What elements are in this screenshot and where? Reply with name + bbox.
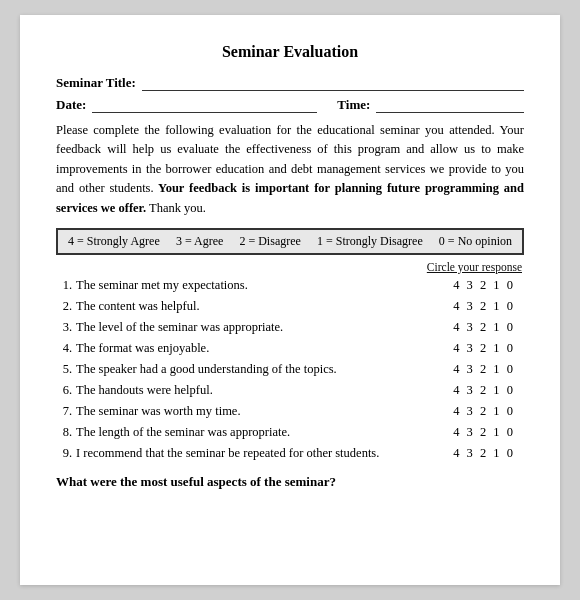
table-row: 7. The seminar was worth my time. 4 3 2 … — [56, 401, 524, 422]
page-title: Seminar Evaluation — [56, 43, 524, 61]
question-scores: 4 3 2 1 0 — [444, 317, 524, 338]
question-scores: 4 3 2 1 0 — [444, 422, 524, 443]
question-number: 6. — [56, 380, 74, 401]
scale-item-0: 4 = Strongly Agree — [68, 234, 160, 249]
questions-table: 1. The seminar met my expectations. 4 3 … — [56, 275, 524, 464]
question-number: 7. — [56, 401, 74, 422]
date-label: Date: — [56, 97, 86, 113]
date-input[interactable] — [92, 97, 317, 113]
question-scores: 4 3 2 1 0 — [444, 338, 524, 359]
question-text: The format was enjoyable. — [74, 338, 444, 359]
question-text: I recommend that the seminar be repeated… — [74, 443, 444, 464]
question-text: The seminar was worth my time. — [74, 401, 444, 422]
question-number: 1. — [56, 275, 74, 296]
question-number: 8. — [56, 422, 74, 443]
scale-item-3: 1 = Strongly Disagree — [317, 234, 423, 249]
question-text: The level of the seminar was appropriate… — [74, 317, 444, 338]
scale-item-1: 3 = Agree — [176, 234, 223, 249]
table-row: 4. The format was enjoyable. 4 3 2 1 0 — [56, 338, 524, 359]
circle-label: Circle your response — [56, 261, 524, 273]
question-scores: 4 3 2 1 0 — [444, 380, 524, 401]
table-row: 9. I recommend that the seminar be repea… — [56, 443, 524, 464]
bottom-question: What were the most useful aspects of the… — [56, 474, 524, 490]
scale-box: 4 = Strongly Agree 3 = Agree 2 = Disagre… — [56, 228, 524, 255]
date-time-row: Date: Time: — [56, 97, 524, 113]
table-row: 1. The seminar met my expectations. 4 3 … — [56, 275, 524, 296]
table-row: 8. The length of the seminar was appropr… — [56, 422, 524, 443]
table-row: 2. The content was helpful. 4 3 2 1 0 — [56, 296, 524, 317]
question-scores: 4 3 2 1 0 — [444, 359, 524, 380]
time-label: Time: — [337, 97, 370, 113]
page: Seminar Evaluation Seminar Title: Date: … — [20, 15, 560, 585]
question-number: 3. — [56, 317, 74, 338]
question-number: 4. — [56, 338, 74, 359]
question-number: 9. — [56, 443, 74, 464]
question-text: The content was helpful. — [74, 296, 444, 317]
question-text: The handouts were helpful. — [74, 380, 444, 401]
question-scores: 4 3 2 1 0 — [444, 275, 524, 296]
table-row: 6. The handouts were helpful. 4 3 2 1 0 — [56, 380, 524, 401]
scale-item-2: 2 = Disagree — [239, 234, 300, 249]
desc-text2: Thank you. — [146, 201, 206, 215]
description: Please complete the following evaluation… — [56, 121, 524, 218]
question-scores: 4 3 2 1 0 — [444, 443, 524, 464]
date-group: Date: — [56, 97, 317, 113]
seminar-title-input[interactable] — [142, 75, 524, 91]
scale-item-4: 0 = No opinion — [439, 234, 512, 249]
question-text: The length of the seminar was appropriat… — [74, 422, 444, 443]
table-row: 3. The level of the seminar was appropri… — [56, 317, 524, 338]
question-text: The seminar met my expectations. — [74, 275, 444, 296]
time-group: Time: — [337, 97, 524, 113]
question-text: The speaker had a good understanding of … — [74, 359, 444, 380]
question-scores: 4 3 2 1 0 — [444, 296, 524, 317]
question-number: 2. — [56, 296, 74, 317]
seminar-title-label: Seminar Title: — [56, 75, 136, 91]
seminar-title-row: Seminar Title: — [56, 75, 524, 91]
question-scores: 4 3 2 1 0 — [444, 401, 524, 422]
table-row: 5. The speaker had a good understanding … — [56, 359, 524, 380]
time-input[interactable] — [376, 97, 524, 113]
question-number: 5. — [56, 359, 74, 380]
